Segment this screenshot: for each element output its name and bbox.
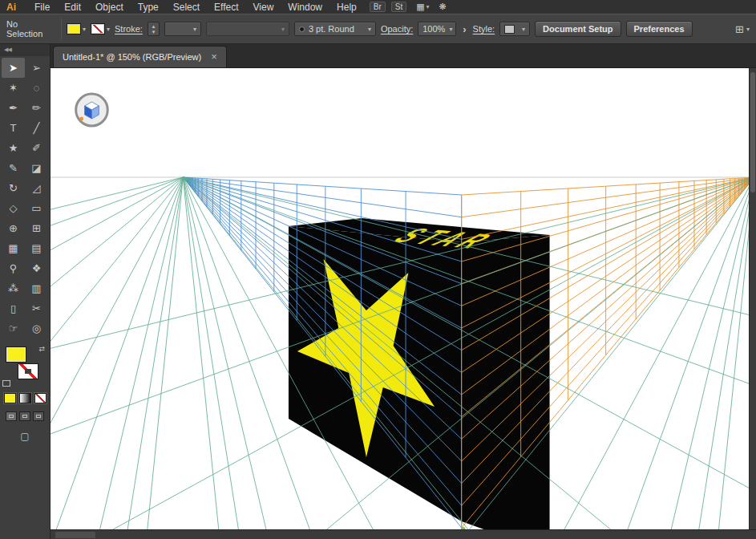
rotate-tool[interactable]: ↻	[2, 178, 25, 198]
scrollbar-thumb[interactable]	[750, 72, 755, 192]
gradient-button[interactable]	[19, 393, 31, 403]
chevron-down-icon: ▾	[193, 26, 196, 33]
panel-options-control[interactable]: ⊞ ▾	[735, 23, 750, 35]
stroke-weight-label[interactable]: Stroke:	[115, 24, 143, 34]
slice-tool[interactable]: ✂	[25, 298, 48, 318]
star-tool[interactable]: ★	[2, 138, 25, 158]
line-segment-tool[interactable]: ╱	[25, 118, 48, 138]
menu-select[interactable]: Select	[166, 2, 207, 13]
lasso-tool[interactable]: ◌	[25, 78, 48, 98]
blend-tool[interactable]: ❖	[25, 258, 48, 278]
stroke-weight-stepper[interactable]: ▴ ▾	[148, 22, 160, 36]
fill-color-swatch[interactable]	[67, 23, 81, 34]
menu-effect[interactable]: Effect	[207, 2, 245, 13]
stroke-weight-dropdown[interactable]: ▾	[164, 22, 201, 36]
tab-bar: Untitled-1* @ 150% (RGB/Preview) ×	[51, 44, 756, 68]
zoom-tool[interactable]: ◎	[25, 318, 48, 338]
scale-tool[interactable]: ◿	[25, 178, 48, 198]
swap-fill-stroke-icon[interactable]: ⇄	[38, 345, 45, 353]
gradient-tool[interactable]: ▤	[25, 238, 48, 258]
pencil-tool[interactable]: ✎	[2, 158, 25, 178]
menu-view[interactable]: View	[246, 2, 281, 13]
chevron-down-icon[interactable]: ▾	[427, 3, 430, 10]
widget-ground-marker[interactable]	[79, 117, 83, 121]
draw-normal-icon[interactable]	[6, 411, 17, 421]
menu-bar: Ai File Edit Object Type Select Effect V…	[0, 0, 756, 14]
width-tool[interactable]: ◇	[2, 198, 25, 218]
type-tool[interactable]: T	[2, 118, 25, 138]
vertical-scrollbar[interactable]	[749, 68, 756, 529]
mesh-tool[interactable]: ▦	[2, 238, 25, 258]
menu-help[interactable]: Help	[329, 2, 364, 13]
perspective-grid-tool[interactable]: ⊞	[25, 218, 48, 238]
none-button[interactable]	[34, 393, 46, 403]
free-transform-tool[interactable]: ▭	[25, 198, 48, 218]
document-setup-button[interactable]: Document Setup	[535, 21, 621, 37]
style-swatch	[504, 25, 515, 34]
pen-tool[interactable]: ✒	[2, 98, 25, 118]
stepper-up-icon[interactable]: ▴	[152, 23, 156, 29]
fill-swatch[interactable]	[6, 346, 26, 363]
selection-status: No Selection	[6, 19, 56, 38]
document-tab[interactable]: Untitled-1* @ 150% (RGB/Preview) ×	[53, 46, 227, 67]
magic-wand-tool[interactable]: ✶	[2, 78, 25, 98]
control-bar: No Selection ▾ ▾ Stroke: ▴ ▾ ▾ ▾ 3 pt. R…	[0, 14, 756, 44]
zoom-level-box[interactable]	[55, 532, 95, 538]
eraser-tool[interactable]: ◪	[25, 158, 48, 178]
workspace: ◀◀ ➤➢✶◌✒✏T╱★✐✎◪↻◿◇▭⊕⊞▦▤⚲❖⁂▥▯✂☞◎ ⇄ ▢	[0, 44, 756, 539]
chevron-down-icon[interactable]: ▾	[746, 26, 750, 33]
drawing-mode-buttons	[0, 411, 50, 421]
paintbrush-tool[interactable]: ✐	[25, 138, 48, 158]
draw-inside-icon[interactable]	[33, 411, 44, 421]
screen-mode-icon[interactable]: ▢	[18, 431, 32, 442]
chevron-down-icon: ▾	[368, 26, 371, 33]
opacity-dropdown[interactable]: 100% ▾	[418, 22, 456, 36]
collapse-panel-icon[interactable]: ◀◀	[0, 44, 50, 56]
perspective-scene: STAR	[51, 68, 749, 529]
column-graph-tool[interactable]: ▥	[25, 278, 48, 298]
canvas-row: STAR	[51, 68, 756, 529]
symbol-sprayer-tool[interactable]: ⁂	[2, 278, 25, 298]
brush-definition-dropdown[interactable]: 3 pt. Round ▾	[294, 22, 376, 36]
draw-behind-icon[interactable]	[19, 411, 30, 421]
stroke-swatch[interactable]	[18, 363, 38, 379]
selection-tool[interactable]: ➤	[2, 58, 25, 78]
menu-type[interactable]: Type	[131, 2, 166, 13]
expand-options-button[interactable]: ›	[461, 23, 467, 35]
menu-file[interactable]: File	[27, 2, 57, 13]
opacity-label[interactable]: Opacity:	[381, 24, 413, 34]
fill-color-control[interactable]: ▾	[67, 23, 86, 34]
document-area: Untitled-1* @ 150% (RGB/Preview) × STAR	[51, 44, 756, 539]
arrange-documents-icon[interactable]: ▦	[416, 2, 424, 12]
artboard-tool[interactable]: ▯	[2, 298, 25, 318]
illustrator-window: Ai File Edit Object Type Select Effect V…	[0, 0, 756, 539]
preferences-button[interactable]: Preferences	[626, 21, 693, 37]
style-label[interactable]: Style:	[473, 24, 495, 34]
chevron-down-icon: ▾	[281, 26, 285, 33]
chevron-down-icon[interactable]: ▾	[107, 26, 110, 33]
style-dropdown[interactable]: ▾	[499, 22, 530, 36]
menu-window[interactable]: Window	[281, 2, 329, 13]
hand-tool[interactable]: ☞	[2, 318, 25, 338]
canvas[interactable]: STAR	[51, 68, 749, 529]
stock-button[interactable]: St	[391, 2, 406, 12]
shape-builder-tool[interactable]: ⊕	[2, 218, 25, 238]
curvature-tool[interactable]: ✏	[25, 98, 48, 118]
color-button[interactable]	[4, 393, 16, 403]
stroke-color-swatch[interactable]	[91, 23, 105, 34]
menu-edit[interactable]: Edit	[57, 2, 88, 13]
stepper-down-icon[interactable]: ▾	[152, 29, 156, 34]
tool-grid: ➤➢✶◌✒✏T╱★✐✎◪↻◿◇▭⊕⊞▦▤⚲❖⁂▥▯✂☞◎	[0, 56, 50, 338]
default-fill-stroke-icon[interactable]	[2, 380, 10, 387]
close-icon[interactable]: ×	[211, 53, 217, 61]
workspace-switcher-icon[interactable]: ❋	[439, 2, 447, 12]
stroke-color-control[interactable]: ▾	[91, 23, 110, 34]
eyedropper-tool[interactable]: ⚲	[2, 258, 25, 278]
direct-selection-tool[interactable]: ➢	[25, 58, 48, 78]
bridge-button[interactable]: Br	[370, 2, 386, 12]
chevron-down-icon[interactable]: ▾	[83, 26, 86, 33]
color-mode-buttons	[0, 393, 50, 403]
align-panel-icon[interactable]: ⊞	[735, 23, 744, 35]
chevron-down-icon: ▾	[522, 26, 525, 33]
menu-object[interactable]: Object	[88, 2, 131, 13]
